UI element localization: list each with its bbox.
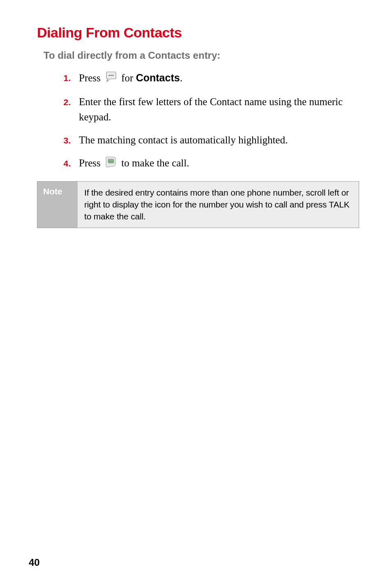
section-subheading: To dial directly from a Contacts entry: [44,50,359,61]
step-number: 3. [50,133,79,147]
svg-point-2 [113,75,114,76]
text-fragment: Press [79,157,103,168]
step-body: Press TALK to make the call. [79,156,359,172]
text-bold: Contacts [136,72,180,83]
speech-bubble-icon [105,71,117,86]
note-body: If the desired entry contains more than … [78,181,359,228]
text-fragment: for [121,72,136,83]
step-1: 1. Press for Contacts. [50,70,359,86]
step-3: 3. The matching contact is automatically… [50,133,359,148]
step-body: Enter the first few letters of the Conta… [79,95,359,125]
instruction-list: 1. Press for Contacts. 2. Enter the firs… [37,70,359,172]
step-number: 4. [50,156,79,170]
step-body: The matching contact is automatically hi… [79,133,359,148]
section-heading: Dialing From Contacts [37,25,359,41]
text-fragment: to make the call. [121,157,189,168]
step-number: 2. [50,95,79,108]
svg-text:TALK: TALK [108,160,114,163]
svg-point-1 [111,75,112,76]
note-label: Note [37,181,78,228]
page-body: Dialing From Contacts To dial directly f… [0,0,392,579]
talk-key-icon: TALK [105,156,117,172]
step-body: Press for Contacts. [79,70,359,86]
note-box: Note If the desired entry contains more … [37,181,359,228]
step-number: 1. [50,70,79,84]
step-2: 2. Enter the first few letters of the Co… [50,95,359,125]
svg-point-0 [109,75,110,76]
step-4: 4. Press TALK to make the call. [50,156,359,172]
text-fragment: . [180,72,182,83]
text-fragment: Press [79,72,103,83]
page-number: 40 [29,557,40,568]
